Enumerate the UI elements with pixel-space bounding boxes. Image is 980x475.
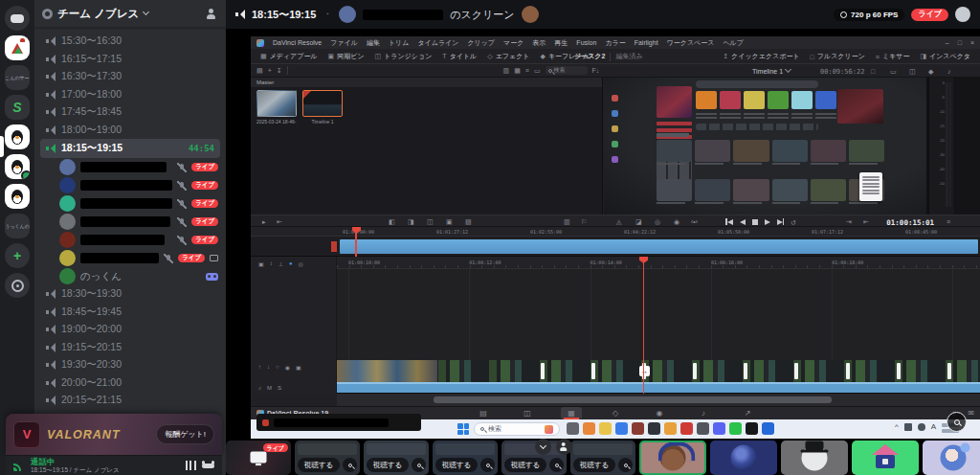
toolbar-button[interactable]: ◨ インスペクタ <box>916 52 974 61</box>
server-icon-penguin-1[interactable] <box>5 124 30 149</box>
disconnect-call-icon[interactable] <box>202 464 214 468</box>
timeline-scrollbar[interactable] <box>337 394 980 406</box>
timeline-overview-track[interactable] <box>251 237 980 257</box>
overview-clip-bar[interactable] <box>340 239 978 254</box>
menu-item[interactable]: ワークスペース <box>667 38 715 48</box>
grid-view-icon[interactable]: ▦ <box>514 67 521 74</box>
watch-stream-button[interactable]: 視聴する <box>435 458 478 472</box>
list-view-icon[interactable]: ≡ <box>525 67 529 74</box>
toolbar-button[interactable]: ≡ ミキサー <box>872 52 914 61</box>
active-stream-tile[interactable]: ライブ <box>226 441 291 475</box>
watch-stream-button[interactable]: 視聴する <box>504 458 546 472</box>
taskbar-app-icon[interactable] <box>762 422 774 435</box>
voice-channel-item[interactable]: 16:30〜17:30 <box>34 68 226 86</box>
timeline-detail-ruler[interactable]: 01:00:10:0001:00:12:0001:00:14:0001:00:1… <box>337 257 980 269</box>
discord-home-button[interactable] <box>5 6 30 31</box>
voice-member-row[interactable]: ライブ <box>34 194 226 213</box>
stop-button[interactable] <box>752 219 758 226</box>
input-language-indicator[interactable]: A <box>931 422 936 431</box>
server-icon-s[interactable]: S <box>5 95 30 120</box>
razor-tool-icon[interactable]: ◬ <box>616 218 621 225</box>
append-clip-icon[interactable]: ▨ <box>465 218 472 225</box>
invite-member-icon[interactable] <box>206 9 218 19</box>
frame-back-button[interactable] <box>740 219 746 226</box>
voice-activity-icon[interactable] <box>186 461 196 470</box>
tray-expand-icon[interactable]: ^ <box>895 422 899 431</box>
menu-item[interactable]: トリム <box>389 38 410 48</box>
menu-item[interactable]: 表示 <box>532 38 546 48</box>
scrollbar-handle[interactable] <box>434 396 833 403</box>
discover-button[interactable] <box>5 273 30 298</box>
timeline-clip-selected[interactable]: Timeline 1 <box>302 90 343 124</box>
stream-magnifier-button[interactable] <box>947 412 967 432</box>
taskbar-app-icon[interactable] <box>648 422 660 435</box>
timeline-track-area[interactable] <box>337 269 980 360</box>
trim-tool-icon[interactable]: ⇤ <box>277 218 282 225</box>
menu-item[interactable]: ファイル <box>330 38 358 48</box>
stream-preview-tile[interactable]: 視聴する <box>570 441 635 475</box>
collapse-tiles-button[interactable] <box>535 439 551 455</box>
taskbar-app-icon[interactable] <box>746 422 758 435</box>
stream-preview-tile[interactable]: 視聴する <box>433 441 498 475</box>
video-track-filmstrip[interactable]: ↔ <box>337 360 980 382</box>
network-icon[interactable] <box>904 423 912 431</box>
voice-member-row[interactable]: ライブ <box>34 231 226 249</box>
close-button[interactable]: × <box>970 39 974 46</box>
server-icon-mountain[interactable] <box>5 35 30 60</box>
participant-tile[interactable] <box>852 441 919 475</box>
jog-icon[interactable]: ‹•› <box>691 218 698 225</box>
selection-tool-icon[interactable]: ▸ <box>262 218 266 225</box>
mark-in-icon[interactable]: ⇥ <box>846 218 852 225</box>
voice-channel-item[interactable]: 17:45〜18:45 <box>34 103 226 122</box>
server-icon-ukkun[interactable]: うっくんの <box>5 214 30 238</box>
voice-member-row[interactable]: のっくん <box>34 267 226 285</box>
taskbar-app-icon[interactable] <box>713 422 725 435</box>
toolbar-button[interactable]: ↥ クイックエクスポート <box>719 52 803 61</box>
toolbar-button[interactable]: ◇ エフェクト <box>483 52 533 61</box>
overwrite-clip-icon[interactable]: ◨ <box>408 218 414 225</box>
menu-item[interactable]: Fairlight <box>635 39 658 46</box>
voice-channel-item[interactable]: 19:30〜20:30 <box>34 356 226 374</box>
flag-icon[interactable]: ⚐ <box>581 218 587 225</box>
menu-item[interactable]: ヘルプ <box>723 38 744 48</box>
link-tool-icon[interactable]: ◎ <box>655 218 660 225</box>
menu-item[interactable]: Fusion <box>576 39 596 46</box>
mediapool-search[interactable]: 検索 <box>546 66 588 75</box>
viewer-option-icon[interactable]: ◫ <box>909 68 916 75</box>
taskbar-app-icon[interactable] <box>615 422 628 435</box>
maximize-button[interactable]: □ <box>958 39 962 46</box>
toolbar-button[interactable]: ◫ トランジション <box>371 52 436 61</box>
server-header[interactable]: チーム ノブレス <box>34 0 226 28</box>
voice-channel-item[interactable]: 18:45〜19:45 <box>34 304 226 322</box>
toolbar-button[interactable]: ▣ 同期ビン <box>324 52 368 61</box>
media-clip[interactable]: 2025-03-24 18-46-… <box>256 90 297 124</box>
volume-icon[interactable] <box>918 423 925 431</box>
page-tab[interactable]: ◇ <box>605 407 626 419</box>
chat-bubble-icon[interactable] <box>955 7 970 22</box>
sort-icon[interactable]: F↓ <box>592 67 600 74</box>
settings-icon[interactable]: ✉ <box>968 409 974 418</box>
windows-start-button[interactable] <box>457 423 469 435</box>
menu-item[interactable]: マーク <box>503 38 523 48</box>
add-bin-icon[interactable]: + <box>268 67 272 74</box>
minimize-button[interactable]: – <box>946 39 949 46</box>
voice-channel-item-active[interactable]: 18:15〜19:15 44:54 <box>40 139 220 158</box>
voice-member-row[interactable]: ライブ <box>34 249 226 267</box>
page-tab[interactable]: ◫ <box>517 407 538 419</box>
reward-button[interactable]: 報酬ゲット! <box>156 424 214 444</box>
toolbar-button[interactable]: □ フルスクリーン <box>807 52 869 61</box>
marker-icon[interactable]: ◉ <box>674 218 679 225</box>
playhead[interactable] <box>643 257 645 394</box>
server-icon-konno[interactable]: こんのサー <box>5 65 30 90</box>
loop-button[interactable]: ↺ <box>791 219 796 226</box>
server-icon-penguin-2[interactable] <box>5 184 30 209</box>
taskbar-app-icon[interactable] <box>729 422 742 435</box>
menu-item[interactable]: 編集 <box>367 38 380 48</box>
voice-channel-item[interactable]: 18:30〜19:30 <box>34 285 226 304</box>
taskbar-app-icon[interactable] <box>583 422 595 435</box>
taskbar-app-icon[interactable] <box>632 422 644 435</box>
shared-screen-video[interactable]: DaVinci Resolveファイル編集トリムタイムラインクリップマーク表示再… <box>226 29 980 439</box>
expand-stream-button[interactable] <box>343 458 357 472</box>
swap-tool-icon[interactable]: ◪ <box>635 218 642 225</box>
watch-stream-button[interactable]: 視聴する <box>573 458 615 472</box>
